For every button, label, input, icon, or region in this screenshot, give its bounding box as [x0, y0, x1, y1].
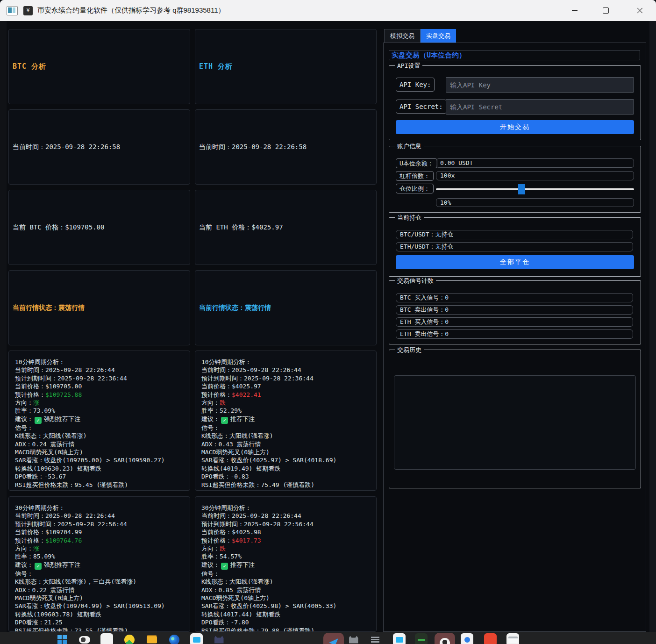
slider-track[interactable] — [436, 188, 634, 190]
search-icon-glyph — [79, 636, 90, 644]
btc-state-panel: 当前行情状态：震荡行情 — [8, 270, 190, 345]
file-explorer-icon[interactable] — [145, 633, 158, 644]
pie-chart-app-icon[interactable] — [123, 633, 135, 644]
signal-line: SAR看涨：收盘价(4025.98) > SAR(4005.33) — [201, 602, 370, 610]
btc-10min-analysis-panel: 10分钟周期分析： 当前时间：2025-09-28 22:26:44 预计到期时… — [8, 351, 190, 491]
analysis-title: 30分钟周期分析： — [201, 504, 370, 512]
list-app-icon[interactable] — [369, 633, 381, 644]
avatar-app-tile-icon[interactable] — [435, 633, 455, 644]
signal-list: K线形态：大阳线(强看涨)ADX：0.43 震荡行情MACD弱势死叉(0轴上方)… — [201, 432, 370, 489]
leverage-value: 100x — [436, 171, 634, 180]
app-window: 币安永续合约量化软件（仅供指标学习参考 q群981935811） BTC 分析 … — [0, 0, 656, 644]
start-trading-button[interactable]: 开始交易 — [396, 120, 634, 134]
tab-live-trading[interactable]: 实盘交易 — [421, 29, 456, 43]
toolbox-app-icon-glyph — [193, 637, 200, 643]
signal-line: K线形态：大阳线(强看涨) — [15, 432, 184, 440]
github-app-icon[interactable] — [347, 633, 360, 644]
edge-browser-icon-glyph — [169, 635, 179, 644]
signal-counts-list: BTC 买入信号：0BTC 卖出信号：0ETH 买入信号：0ETH 卖出信号：0 — [396, 293, 633, 342]
account-info-group: 账户信息 U本位余额： 0.00 USDT 杠杆倍数： 100x 仓位比例： 1… — [389, 146, 641, 213]
analysis-direction: 方向：跌 — [201, 544, 370, 552]
signal-line: DPO看跌：-0.83 — [201, 472, 370, 480]
signal-line: K线形态：大阳线(强看涨) — [201, 432, 370, 440]
predict-value: $4022.41 — [232, 391, 261, 398]
analysis-time: 当前时间：2025-09-28 22:26:44 — [201, 366, 370, 374]
analysis-predict: 预计价格：$4022.41 — [201, 391, 370, 399]
analysis-advice: 建议：强烈推荐下注 — [15, 561, 184, 570]
position-ratio-value: 10% — [436, 198, 634, 207]
toolbox-app-icon[interactable] — [190, 633, 203, 644]
taskbar — [0, 632, 656, 644]
windows-start-icon[interactable] — [56, 633, 68, 644]
direction-value: 跌 — [220, 545, 226, 552]
signal-count-row: ETH 买入信号：0 — [396, 317, 633, 327]
btc-heading: BTC 分析 — [13, 62, 46, 71]
position-ratio-slider[interactable] — [436, 184, 634, 195]
signals-title: 信号： — [15, 570, 184, 578]
signal-line: MACD弱势死叉(0轴上方) — [201, 448, 370, 456]
close-button[interactable] — [629, 0, 650, 21]
signals-title: 信号： — [201, 424, 370, 432]
window-left-edge — [0, 21, 7, 632]
eth-current-time: 当前时间：2025-09-28 22:26:58 — [199, 143, 307, 151]
edge-browser-icon[interactable] — [168, 633, 180, 644]
app-thumbnail-icon — [7, 6, 18, 15]
list-app-icon-glyph — [371, 637, 379, 643]
analysis-price: 当前价格：$4025.97 — [201, 382, 370, 390]
analysis-winrate: 胜率：85.09% — [15, 552, 184, 560]
analysis-advice: 建议：推荐下注 — [201, 561, 370, 570]
analysis-time: 当前时间：2025-09-28 22:26:44 — [201, 512, 370, 520]
green-app-icon[interactable] — [415, 633, 428, 644]
windows-start-icon-glyph — [57, 635, 67, 644]
eth-current-price: 当前 ETH 价格：$4025.97 — [199, 223, 283, 232]
signal-count-row: BTC 卖出信号：0 — [396, 305, 633, 315]
maximize-button[interactable] — [595, 0, 616, 21]
app-logo-icon — [23, 6, 33, 15]
signal-line: RSI超买但价格未跌：79.88 (谨慎看跌) — [201, 627, 370, 632]
analysis-title: 10分钟周期分析： — [201, 358, 370, 366]
api-secret-label: API Secret: — [396, 100, 447, 114]
analysis-direction: 方向：跌 — [201, 399, 370, 407]
pane-title: 实盘交易（U本位合约） — [389, 50, 640, 60]
eth-market-state: 当前行情状态：震荡行情 — [199, 304, 271, 312]
signal-line: MACD弱势死叉(0轴上方) — [15, 448, 184, 456]
signal-line: 转换线(4019.49) 短期看跌 — [201, 465, 370, 472]
eth-heading: ETH 分析 — [199, 62, 233, 71]
media-app-icon-glyph — [396, 637, 403, 643]
btc-time-panel: 当前时间：2025-09-28 22:26:58 — [8, 109, 190, 185]
analysis-price: 当前价格：$109704.99 — [15, 528, 184, 536]
close-icon — [637, 7, 643, 14]
analysis-title: 30分钟周期分析： — [15, 504, 184, 512]
trade-history-group: 交易历史 — [389, 350, 641, 488]
api-key-input[interactable] — [446, 77, 634, 93]
telegram-app-tile-icon[interactable] — [323, 633, 344, 644]
media-app-icon[interactable] — [393, 633, 406, 644]
signal-counts-group: 交易信号计数 BTC 买入信号：0BTC 卖出信号：0ETH 买入信号：0ETH… — [389, 280, 641, 344]
minimize-button[interactable] — [564, 0, 585, 21]
signal-line: K线形态：大阳线(强看涨)，三白兵(强看涨) — [15, 578, 184, 586]
cat-app-icon[interactable] — [213, 633, 225, 644]
signal-line: ADX：0.22 震荡行情 — [15, 586, 184, 594]
window-app-icon[interactable] — [506, 633, 519, 644]
pie-chart-app-icon-glyph — [124, 635, 135, 644]
api-secret-input[interactable] — [446, 99, 634, 114]
github-app-icon-glyph — [349, 636, 358, 644]
tab-simulated-trading[interactable]: 模拟交易 — [384, 29, 421, 43]
chat-app-icon[interactable] — [461, 633, 473, 644]
signal-line: K线形态：大阳线(强看涨) — [201, 578, 370, 586]
signal-list: K线形态：大阳线(强看涨)，三白兵(强看涨)ADX：0.22 震荡行情MACD弱… — [15, 578, 184, 632]
notes-app-icon[interactable] — [100, 633, 113, 644]
btc-current-time: 当前时间：2025-09-28 22:26:58 — [13, 143, 120, 151]
minimize-icon — [572, 10, 578, 11]
search-icon[interactable] — [78, 633, 91, 644]
signal-count-row: BTC 买入信号：0 — [396, 293, 633, 302]
eth-column: ETH 分析 当前时间：2025-09-28 22:26:58 当前 ETH 价… — [195, 29, 377, 632]
positions-list: BTC/USDT：无持仓ETH/USDT：无持仓 — [396, 230, 633, 254]
telegram-app-tile-icon-glyph — [329, 638, 338, 644]
red-app-icon[interactable] — [484, 633, 497, 644]
slider-handle[interactable] — [518, 184, 525, 194]
btc-30min-analysis-panel: 30分钟周期分析： 当前时间：2025-09-28 22:26:44 预计到期时… — [8, 496, 190, 632]
analysis-predict: 预计价格：$4017.73 — [201, 537, 370, 544]
close-all-positions-button[interactable]: 全部平仓 — [396, 255, 634, 269]
analysis-direction: 方向：涨 — [15, 399, 184, 407]
